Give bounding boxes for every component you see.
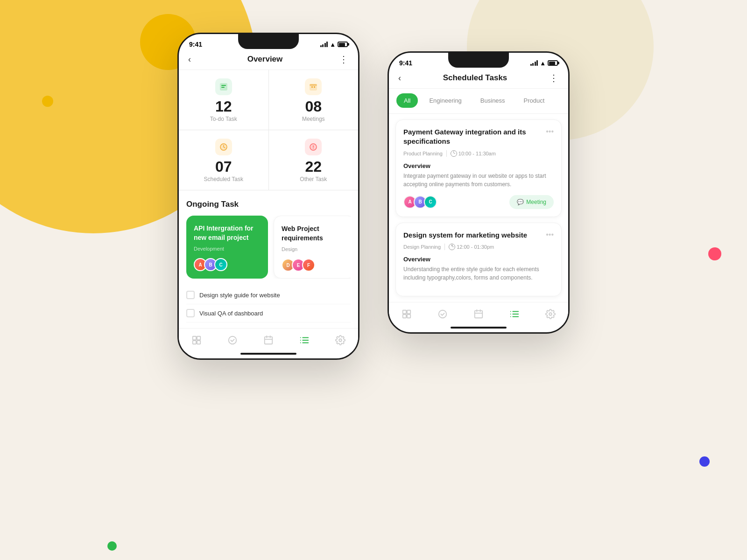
stat-other: 22 Other Task (269, 130, 359, 190)
task-design-header: Design system for marketing website ••• (403, 231, 554, 240)
meeting-icon: 💬 (517, 199, 524, 205)
stats-grid: 12 To-do Task 08 Meetings (179, 70, 358, 190)
svg-rect-22 (407, 315, 410, 318)
svg-rect-20 (407, 310, 410, 314)
svg-rect-5 (311, 86, 313, 88)
task-design[interactable]: Design system for marketing website ••• … (395, 223, 562, 296)
svg-rect-4 (310, 84, 317, 86)
task-payment-footer: A B C 💬 Meeting (403, 195, 554, 209)
svg-rect-19 (403, 310, 406, 314)
meeting-button[interactable]: 💬 Meeting (509, 195, 554, 209)
tab-engineering[interactable]: Engineering (422, 93, 469, 108)
task-payment-header: Payment Gateway integration and its spec… (403, 127, 554, 147)
nav2-settings[interactable] (542, 307, 559, 321)
task-payment-overview-text: Integrate payment gateway in our website… (403, 172, 554, 189)
nav2-list[interactable] (506, 307, 523, 321)
nav-list[interactable] (296, 333, 313, 347)
nav2-calendar[interactable] (470, 307, 487, 321)
task-card-api-avatars: A B C (194, 258, 261, 271)
signal-icon (320, 42, 328, 47)
task-payment-time: 10:00 - 11:30am (451, 150, 496, 157)
ongoing-section: Ongoing Task API Intergration for new em… (179, 190, 358, 279)
nav-settings[interactable] (331, 333, 349, 347)
svg-point-23 (439, 310, 447, 318)
phone-scheduled: 9:41 ▲ ‹ Scheduled Tasks ⋮ All (388, 51, 570, 334)
stat-scheduled: 07 Scheduled Task (179, 130, 268, 190)
task-card-web-tag: Design (282, 246, 347, 252)
more-button[interactable]: ⋮ (339, 54, 349, 65)
other-icon (305, 139, 322, 155)
checkbox-1[interactable] (186, 291, 195, 299)
checklist-item-2[interactable]: Visual QA of dashboard (186, 304, 351, 322)
clock-icon (451, 150, 457, 157)
nav-title: Overview (247, 55, 283, 64)
task-card-api-tag: Development (194, 246, 261, 252)
task-payment-more[interactable]: ••• (546, 127, 554, 136)
phone-overview: 9:41 ▲ ‹ Overview ⋮ (177, 33, 359, 360)
task-payment-avatars: A B C (403, 196, 434, 209)
back-button[interactable]: ‹ (188, 55, 191, 64)
stat-meetings: 08 Meetings (269, 70, 359, 130)
svg-point-25 (549, 313, 552, 315)
task-list: Payment Gateway integration and its spec… (389, 114, 568, 302)
tab-business[interactable]: Business (473, 93, 513, 108)
phone-notch (238, 34, 299, 49)
svg-point-16 (229, 336, 237, 344)
checklist-section: Design style guide for website Visual QA… (179, 279, 358, 322)
task-card-web-avatars: D E F (282, 259, 347, 272)
checkbox-2[interactable] (186, 309, 195, 317)
status-time: 9:41 (189, 41, 202, 48)
other-count: 22 (305, 159, 322, 174)
nav-check[interactable] (224, 333, 241, 347)
battery-icon-2 (548, 60, 558, 66)
scheduled-count: 07 (215, 159, 232, 174)
avatar-3: C (214, 258, 227, 271)
svg-rect-1 (221, 85, 226, 86)
svg-rect-24 (475, 310, 483, 318)
task-card-web-title: Web Project requirements (282, 224, 347, 243)
status-icons: ▲ (320, 41, 348, 48)
back-button-2[interactable]: ‹ (398, 73, 401, 83)
bg-dot-blue (699, 456, 710, 467)
phone-notch-2 (448, 53, 509, 68)
tab-all[interactable]: All (396, 93, 418, 108)
bottom-nav (179, 328, 358, 351)
task-design-more[interactable]: ••• (546, 231, 554, 239)
nav-calendar[interactable] (260, 333, 277, 347)
home-bar (240, 353, 296, 355)
bg-dot-green (107, 541, 117, 551)
more-button-2[interactable]: ⋮ (549, 72, 559, 84)
task-card-web[interactable]: Web Project requirements Design D E F (274, 216, 351, 279)
scheduled-label: Scheduled Task (204, 176, 243, 182)
battery-icon (338, 42, 348, 47)
nav-bar: ‹ Overview ⋮ (179, 50, 358, 70)
task-payment[interactable]: Payment Gateway integration and its spec… (395, 119, 562, 217)
task-payment-title: Payment Gateway integration and its spec… (403, 127, 534, 147)
meetings-label: Meetings (302, 116, 325, 122)
filter-tabs: All Engineering Business Product (389, 89, 568, 114)
nav-grid[interactable] (188, 333, 205, 347)
task-design-overview-text: Understanding the entire style guide for… (403, 265, 554, 282)
ongoing-title: Ongoing Task (186, 200, 351, 209)
wifi-icon-2: ▲ (540, 60, 546, 67)
task-payment-category: Product Planning (403, 151, 443, 156)
avatar-6: F (302, 259, 315, 272)
tab-product[interactable]: Product (516, 93, 552, 108)
svg-rect-2 (221, 87, 225, 88)
task-design-category: Design Planning (403, 244, 441, 250)
task-card-api-title: API Intergration for new email project (194, 224, 261, 242)
todo-count: 12 (215, 99, 232, 114)
svg-rect-14 (193, 341, 196, 344)
checklist-item-1[interactable]: Design style guide for website (186, 286, 351, 304)
phones-container: 9:41 ▲ ‹ Overview ⋮ (0, 23, 747, 360)
task-card-api[interactable]: API Intergration for new email project D… (186, 216, 268, 279)
todo-icon (215, 78, 232, 95)
svg-rect-15 (197, 341, 200, 344)
svg-rect-12 (193, 336, 196, 340)
meetings-icon (305, 78, 322, 95)
nav2-grid[interactable] (398, 307, 416, 321)
nav2-check[interactable] (434, 307, 451, 321)
signal-icon-2 (530, 60, 538, 66)
nav-title-2: Scheduled Tasks (443, 73, 507, 83)
todo-label: To-do Task (210, 116, 237, 122)
